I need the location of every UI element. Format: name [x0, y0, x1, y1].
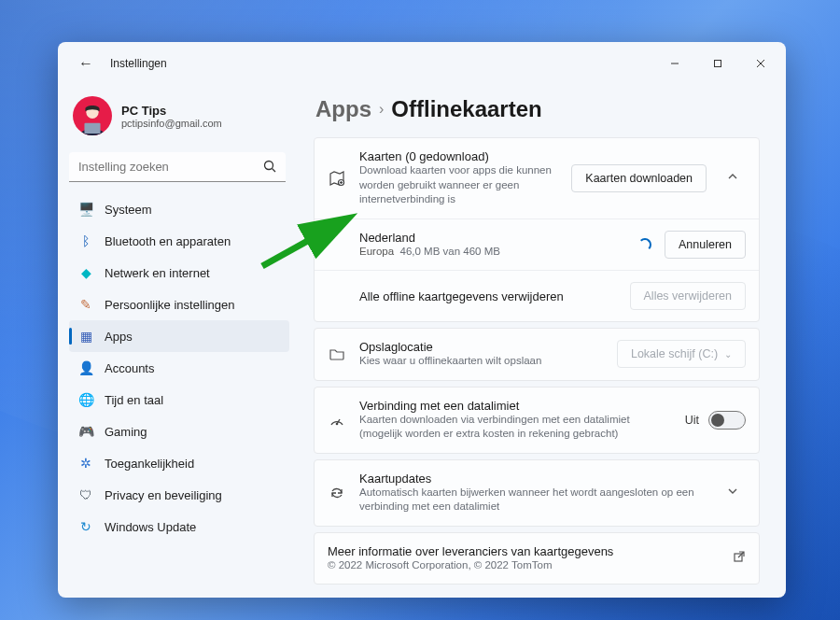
sidebar: PC Tips pctipsinfo@gmail.com 🖥️SysteemᛒB… — [58, 85, 297, 598]
settings-window: ← Instellingen PC Tips pctipsinfo@gmail. — [58, 42, 786, 598]
delete-all-button[interactable]: Alles verwijderen — [630, 282, 746, 310]
profile-email: pctipsinfo@gmail.com — [121, 118, 222, 129]
sidebar-item-systeem[interactable]: 🖥️Systeem — [69, 193, 289, 225]
profile-block[interactable]: PC Tips pctipsinfo@gmail.com — [69, 91, 289, 148]
update-icon: ↻ — [78, 519, 93, 534]
sidebar-item-gaming[interactable]: 🎮Gaming — [69, 416, 289, 447]
back-button[interactable]: ← — [71, 49, 101, 78]
bluetooth-icon: ᛒ — [78, 233, 93, 248]
toegankelijk-icon: ✲ — [78, 456, 93, 471]
persoonlijk-icon: ✎ — [78, 297, 93, 312]
close-icon — [756, 59, 765, 68]
delete-all-title: Alle offline kaartgegevens verwijderen — [359, 289, 617, 303]
maps-subtitle: Download kaarten voor apps die kunnen wo… — [359, 163, 558, 207]
metered-subtitle: Kaarten downloaden via verbindingen met … — [359, 413, 672, 442]
svg-line-7 — [273, 169, 276, 173]
sidebar-item-bluetooth[interactable]: ᛒBluetooth en apparaten — [69, 225, 289, 257]
supplier-subtitle: © 2022 Microsoft Corporation, © 2022 Tom… — [328, 558, 720, 573]
svg-point-6 — [265, 162, 273, 170]
sidebar-item-apps[interactable]: ▦Apps — [69, 320, 289, 352]
page-title: Offlinekaarten — [391, 96, 541, 122]
storage-subtitle: Kies waar u offlinekaarten wilt opslaan — [359, 354, 604, 369]
spinner-icon — [638, 238, 651, 251]
supplier-card: Meer informatie over leveranciers van ka… — [314, 532, 760, 585]
window-title: Instellingen — [110, 57, 167, 70]
sidebar-item-label: Apps — [105, 330, 133, 344]
sidebar-item-toegankelijk[interactable]: ✲Toegankelijkheid — [69, 447, 289, 479]
gaming-icon: 🎮 — [78, 424, 93, 439]
maximize-icon — [713, 59, 722, 68]
sidebar-item-label: Accounts — [105, 361, 154, 375]
breadcrumb-parent[interactable]: Apps — [315, 96, 371, 122]
open-external-icon[interactable] — [733, 550, 746, 566]
content-area: Apps › Offlinekaarten Kaarten (0 gedownl… — [297, 85, 786, 598]
storage-dropdown[interactable]: Lokale schijf (C:) ⌄ — [617, 340, 746, 368]
cancel-download-button[interactable]: Annuleren — [665, 231, 746, 259]
maps-title: Kaarten (0 gedownload) — [359, 149, 558, 163]
breadcrumb: Apps › Offlinekaarten — [314, 89, 760, 137]
metered-row: Verbinding met een datalimiet Kaarten do… — [315, 388, 759, 453]
svg-rect-1 — [715, 61, 721, 67]
metered-card: Verbinding met een datalimiet Kaarten do… — [314, 387, 760, 454]
metered-toggle[interactable] — [708, 411, 746, 430]
chevron-up-icon[interactable] — [720, 171, 746, 185]
search-input[interactable] — [69, 152, 286, 182]
updates-row[interactable]: Kaartupdates Automatisch kaarten bijwerk… — [315, 460, 759, 526]
window-controls — [653, 49, 782, 78]
chevron-right-icon: › — [379, 101, 384, 118]
sidebar-item-label: Toegankelijkheid — [105, 457, 194, 471]
apps-icon: ▦ — [78, 329, 93, 344]
maps-header-row: Kaarten (0 gedownload) Download kaarten … — [315, 138, 759, 218]
svg-point-10 — [336, 422, 339, 425]
tijd-icon: 🌐 — [78, 392, 93, 407]
help-link[interactable]: Assistentie — [314, 590, 760, 598]
search-icon — [263, 160, 276, 176]
sidebar-item-accounts[interactable]: 👤Accounts — [69, 352, 289, 384]
sidebar-item-netwerk[interactable]: ◆Netwerk en internet — [69, 257, 289, 289]
search-container — [69, 152, 286, 182]
minimize-icon — [670, 59, 679, 68]
sidebar-item-label: Netwerk en internet — [105, 266, 210, 280]
nav-list: 🖥️SysteemᛒBluetooth en apparaten◆Netwerk… — [69, 193, 289, 588]
close-button[interactable] — [739, 49, 782, 78]
download-item-region: Europa — [359, 246, 394, 257]
privacy-icon: 🛡 — [78, 487, 93, 502]
download-progress-row: Nederland Europa 46,0 MB van 460 MB Annu… — [315, 218, 759, 271]
sidebar-item-tijd[interactable]: 🌐Tijd en taal — [69, 384, 289, 416]
sidebar-item-label: Windows Update — [105, 520, 196, 534]
sidebar-item-label: Tijd en taal — [105, 393, 163, 407]
svg-rect-5 — [84, 123, 100, 134]
updates-subtitle: Automatisch kaarten bijwerken wanneer he… — [359, 486, 707, 514]
sidebar-item-label: Privacy en beveiliging — [105, 488, 222, 502]
storage-row[interactable]: Opslaglocatie Kies waar u offlinekaarten… — [315, 329, 759, 380]
storage-title: Opslaglocatie — [359, 340, 604, 354]
sidebar-item-label: Systeem — [105, 203, 152, 217]
sidebar-item-persoonlijk[interactable]: ✎Persoonlijke instellingen — [69, 289, 289, 320]
download-item-name: Nederland — [359, 231, 625, 245]
map-icon — [328, 170, 346, 187]
sidebar-item-label: Persoonlijke instellingen — [105, 298, 234, 312]
profile-name: PC Tips — [121, 104, 222, 118]
updates-card: Kaartupdates Automatisch kaarten bijwerk… — [314, 459, 760, 527]
download-maps-button[interactable]: Kaarten downloaden — [571, 164, 707, 192]
storage-value: Lokale schijf (C:) — [631, 347, 718, 360]
systeem-icon: 🖥️ — [78, 202, 93, 217]
delete-all-row: Alle offline kaartgegevens verwijderen A… — [315, 270, 759, 321]
sidebar-item-label: Bluetooth en apparaten — [105, 234, 231, 248]
avatar — [73, 96, 112, 135]
accounts-icon: 👤 — [78, 360, 93, 375]
netwerk-icon: ◆ — [78, 265, 93, 280]
chevron-down-icon: ⌄ — [724, 349, 732, 359]
chevron-down-icon[interactable] — [720, 486, 746, 500]
storage-card: Opslaglocatie Kies waar u offlinekaarten… — [314, 328, 760, 381]
metered-title: Verbinding met een datalimiet — [359, 399, 672, 413]
sync-icon — [328, 485, 346, 501]
sidebar-item-privacy[interactable]: 🛡Privacy en beveiliging — [69, 479, 289, 511]
maximize-button[interactable] — [696, 49, 739, 78]
supplier-row[interactable]: Meer informatie over leveranciers van ka… — [315, 533, 759, 585]
folder-icon — [328, 345, 346, 362]
supplier-title: Meer informatie over leveranciers van ka… — [328, 544, 720, 558]
minimize-button[interactable] — [653, 49, 696, 78]
sidebar-item-update[interactable]: ↻Windows Update — [69, 511, 289, 542]
titlebar: ← Instellingen — [58, 42, 786, 85]
